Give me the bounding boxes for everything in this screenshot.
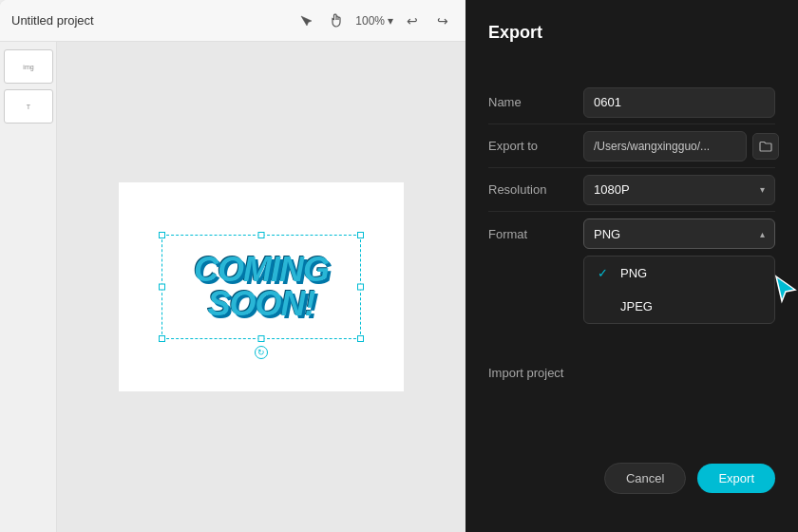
hand-tool-icon[interactable] (325, 10, 348, 32)
thumbnail-1[interactable]: img (4, 49, 53, 84)
handle-br[interactable] (357, 335, 364, 342)
undo-icon[interactable]: ↩ (401, 10, 424, 32)
format-jpeg-label: JPEG (620, 299, 653, 314)
handle-tr[interactable] (357, 232, 364, 238)
cursor-tool-icon[interactable] (294, 10, 317, 32)
zoom-control[interactable]: 100% ▾ (355, 14, 393, 28)
folder-browse-button[interactable] (752, 133, 779, 160)
export-to-field-group (583, 131, 779, 162)
export-panel: Export Name Export to Resolution 1080P (466, 0, 798, 532)
path-input[interactable] (583, 131, 747, 162)
format-dropdown: ✓ PNG ✓ JPEG (583, 256, 775, 324)
format-option-jpeg[interactable]: ✓ JPEG (584, 290, 774, 323)
export-to-row: Export to (488, 124, 775, 168)
format-row: Format PNG ▴ ✓ PNG ✓ (488, 212, 775, 256)
export-to-label: Export to (488, 139, 583, 153)
format-option-png[interactable]: ✓ PNG (584, 256, 774, 290)
resolution-value: 1080P (594, 182, 630, 197)
export-button[interactable]: Export (697, 464, 775, 493)
format-arrow-icon: ▴ (760, 229, 765, 239)
format-value: PNG (594, 227, 620, 241)
rotate-handle[interactable]: ↻ (255, 346, 268, 359)
canvas-body: img T COMING SOON! (0, 42, 466, 532)
name-label: Name (488, 95, 583, 109)
cancel-button[interactable]: Cancel (604, 463, 686, 494)
handle-bm[interactable] (258, 335, 265, 342)
handle-bl[interactable] (159, 335, 165, 342)
toolbar-icons: 100% ▾ ↩ ↪ (294, 10, 454, 32)
zoom-arrow: ▾ (388, 14, 393, 28)
format-png-label: PNG (620, 266, 647, 280)
handle-lm[interactable] (159, 284, 165, 291)
canvas-panel: Untitled project 100% ▾ ↩ ↪ img (0, 0, 466, 532)
import-row: Import project (488, 351, 775, 394)
thumbnail-2[interactable]: T (4, 89, 53, 124)
canvas-content: COMING SOON! ↻ (119, 182, 404, 391)
project-title: Untitled project (11, 13, 285, 28)
resolution-select[interactable]: 1080P ▾ (583, 175, 775, 205)
check-icon: ✓ (598, 266, 613, 280)
canvas-area: COMING SOON! ↻ (57, 42, 466, 532)
resolution-label: Resolution (488, 182, 583, 197)
zoom-value: 100% (355, 14, 385, 28)
import-label: Import project (488, 366, 583, 380)
format-select[interactable]: PNG ▴ (583, 218, 775, 249)
redo-icon[interactable]: ↪ (431, 10, 454, 32)
coming-soon-text: COMING SOON! (194, 253, 329, 321)
toolbar: Untitled project 100% ▾ ↩ ↪ (0, 0, 466, 42)
handle-rm[interactable] (357, 284, 364, 291)
name-row: Name (488, 81, 775, 124)
format-label: Format (488, 227, 583, 241)
name-input[interactable] (583, 87, 775, 118)
dialog-title: Export (466, 0, 798, 58)
export-footer: Cancel Export (604, 463, 775, 494)
side-thumbnails: img T (0, 42, 57, 532)
cursor-pointer (769, 273, 798, 307)
resolution-row: Resolution 1080P ▾ (488, 168, 775, 212)
export-form: Name Export to Resolution 1080P ▾ (466, 58, 798, 394)
resolution-arrow-icon: ▾ (760, 184, 765, 195)
handle-tm[interactable] (258, 232, 265, 238)
handle-tl[interactable] (159, 232, 165, 238)
